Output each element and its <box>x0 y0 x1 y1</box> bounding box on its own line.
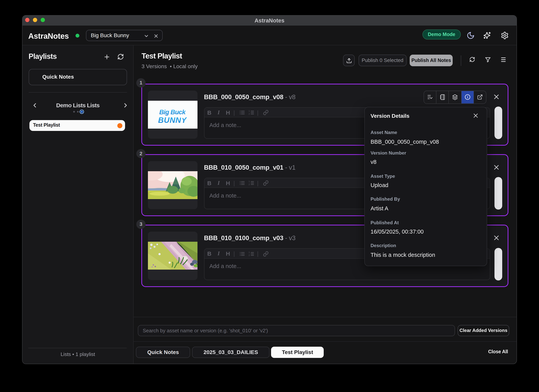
svg-text:2: 2 <box>248 113 250 115</box>
svg-text:2: 2 <box>248 254 250 256</box>
svg-text:1: 1 <box>248 180 250 183</box>
svg-text:1: 1 <box>248 110 250 112</box>
svg-text:1: 1 <box>248 251 250 253</box>
svg-text:2: 2 <box>248 184 250 186</box>
svg-text:Big Buck: Big Buck <box>159 108 186 116</box>
